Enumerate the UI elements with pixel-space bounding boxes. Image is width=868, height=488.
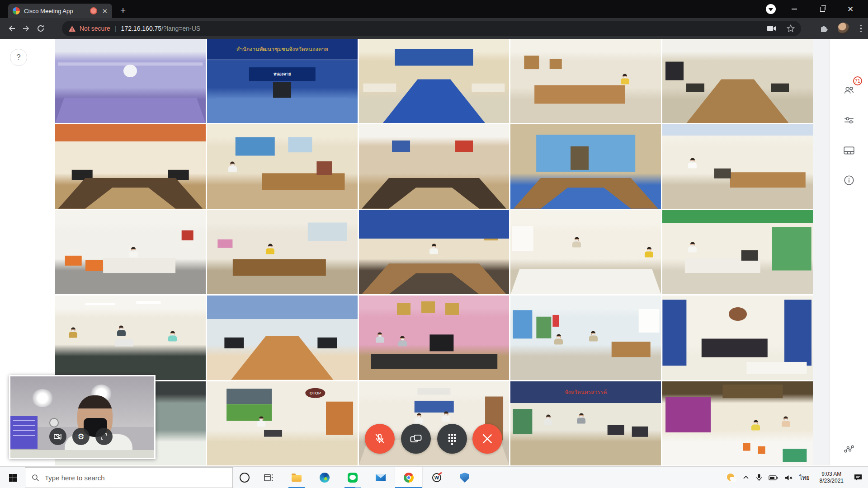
mute-button[interactable] [365,424,395,454]
restore-button[interactable] [812,0,833,18]
video-tile-r4c5[interactable] [662,296,813,380]
video-tile-r4c3[interactable] [359,296,509,380]
share-screen-button[interactable] [401,424,431,454]
close-icon: ✕ [847,5,854,13]
participants-button[interactable]: 71 [840,80,859,99]
video-tile-r4c4[interactable] [510,296,661,380]
close-button[interactable]: ✕ [840,0,861,18]
back-button[interactable] [4,19,20,38]
bookmark-star-icon[interactable] [787,24,795,33]
webroot-button[interactable]: W [423,467,451,488]
window [512,226,533,251]
volume-button[interactable] [781,467,796,488]
start-button[interactable] [3,467,23,488]
poster [288,137,312,152]
browser-tab[interactable]: Cisco Meeting App ✕ [8,4,112,18]
background-monitor [10,416,38,449]
participants-count-badge: 71 [853,76,862,85]
tray-overflow-button[interactable] [739,467,753,488]
poster [236,137,275,155]
video-grid: สำนักงานพัฒนาชุมชนจังหวัดหนองคายหนองคายO… [55,39,813,465]
video-tile-r2c5[interactable] [662,124,813,208]
minimize-button[interactable] [784,0,805,18]
meeting-table [383,79,485,123]
video-tile-r5c4[interactable]: จังหวัดนครสวรรค์ [510,381,661,465]
edge-button[interactable] [311,467,339,488]
tv-screen [665,61,684,80]
notification-center-button[interactable] [850,467,868,488]
language-label: ไทย [799,473,810,483]
defender-button[interactable] [451,467,479,488]
video-tile-r1c2[interactable]: สำนักงานพัฒนาชุมชนจังหวัดหนองคายหนองคาย [207,39,358,123]
participant-person [554,334,563,345]
cortana-button[interactable] [235,467,255,488]
clock[interactable]: 9:03 AM 8/23/2021 [813,467,850,488]
tab-close-icon[interactable]: ✕ [102,8,108,14]
camera-toggle-button[interactable] [49,428,66,445]
camera-access-icon[interactable] [767,25,777,32]
layout-icon [843,145,855,155]
settings-button[interactable]: ⚙ [72,428,90,445]
chrome-button[interactable] [395,467,423,488]
profile-avatar[interactable] [838,23,849,34]
board [513,409,532,434]
microphone-tray-button[interactable] [753,467,765,488]
extensions-icon[interactable] [820,23,830,33]
titlebar-scroll-indicator[interactable] [766,4,776,14]
warning-icon [68,25,76,32]
video-tile-r2c3[interactable] [359,124,509,208]
reload-button[interactable] [33,19,49,38]
room-detail [363,84,396,92]
microphone-icon [756,474,762,482]
app-sidebar: 71 [829,39,868,465]
participant-person [572,237,581,247]
mail-button[interactable] [367,467,395,488]
video-tile-r3c2[interactable] [207,210,358,294]
browser-menu-icon[interactable] [858,25,864,32]
expand-button[interactable] [95,428,113,445]
video-tile-r1c3[interactable] [359,39,509,123]
call-settings-button[interactable] [840,111,859,130]
video-tile-r5c2[interactable]: OTOP [207,381,358,465]
video-tile-r2c2[interactable] [207,124,358,208]
file-explorer-button[interactable] [283,467,311,488]
frame [524,56,539,69]
dialpad-icon [445,432,459,446]
room-banner: สำนักงานพัฒนาชุมชนจังหวัดหนองคาย [207,39,358,59]
chair [273,82,291,100]
layout-button[interactable] [840,141,859,160]
video-tile-r1c4[interactable] [510,39,661,123]
weather-button[interactable] [724,467,739,488]
line-button[interactable] [339,467,367,488]
address-bar[interactable]: Not secure | 172.16.160.75 /?lang=en-US [62,21,801,36]
forward-button[interactable] [18,19,34,38]
hangup-button[interactable] [472,424,502,454]
video-tile-r3c5[interactable] [662,210,813,294]
video-tile-r3c1[interactable] [55,210,206,294]
video-tile-r3c3[interactable] [359,210,509,294]
sliders-icon [844,115,854,126]
dialpad-button[interactable] [437,424,467,454]
desk [611,342,651,357]
info-button[interactable] [840,171,859,190]
video-tile-r5c5[interactable] [662,381,813,465]
banner [665,397,711,432]
video-tile-r1c1[interactable] [55,39,206,123]
battery-button[interactable] [765,467,781,488]
video-tile-r1c5[interactable] [662,39,813,123]
network-status-button[interactable] [840,439,859,458]
help-button[interactable]: ? [10,49,27,66]
mail-icon [376,474,386,481]
drape [662,300,686,366]
video-tile-r4c2[interactable] [207,296,358,380]
language-switcher[interactable]: ไทย [796,467,813,488]
video-tile-r4c1[interactable] [55,296,206,380]
new-tab-button[interactable]: + [120,5,126,15]
video-tile-r2c4[interactable] [510,124,661,208]
province-sign: หนองคาย [249,67,315,81]
video-tile-r2c1[interactable] [55,124,206,208]
video-tile-r3c4[interactable] [510,210,661,294]
taskbar-search[interactable]: Type here to search [25,467,233,488]
task-view-button[interactable] [255,467,283,488]
desk [103,258,175,273]
